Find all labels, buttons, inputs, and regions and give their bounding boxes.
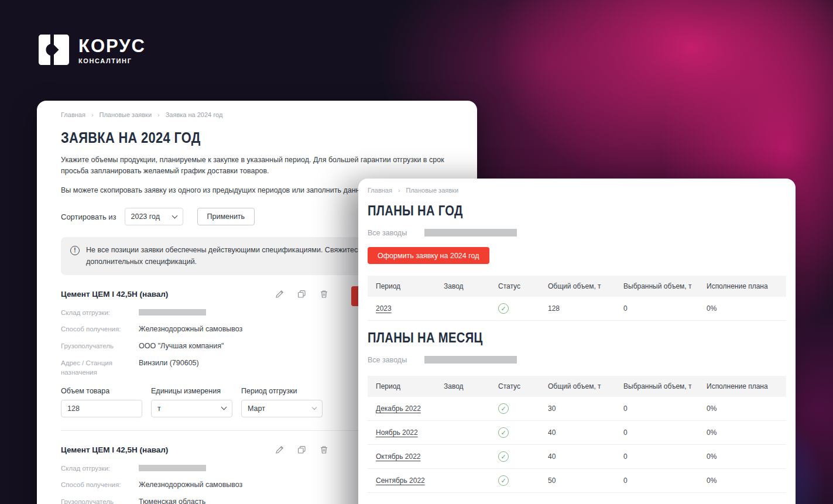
warehouse-label: Склад отгрузки: bbox=[61, 307, 139, 318]
period-value: Март bbox=[248, 404, 265, 413]
year-plans-table: Период Завод Статус Общий объем, т Выбра… bbox=[368, 276, 786, 321]
table-row: Сентябрь 2022 ✓ 50 0 0% bbox=[368, 469, 786, 493]
header-total-volume: Общий объем, т bbox=[548, 282, 623, 290]
table-row: Декабрь 2022 ✓ 30 0 0% bbox=[368, 397, 786, 421]
status-check-icon: ✓ bbox=[498, 403, 509, 414]
chevron-down-icon bbox=[221, 404, 227, 410]
create-request-2024-button[interactable]: Оформить заявку на 2024 год bbox=[368, 247, 489, 264]
edit-icon[interactable] bbox=[275, 445, 284, 455]
unit-value: т bbox=[157, 404, 161, 413]
unit-select[interactable]: т bbox=[151, 400, 232, 417]
period-link[interactable]: Декабрь 2022 bbox=[376, 404, 421, 413]
consignee-label: Грузополучатель bbox=[61, 496, 139, 504]
header-period: Период bbox=[376, 282, 444, 290]
period-link[interactable]: Сентябрь 2022 bbox=[376, 476, 425, 485]
chevron-right-icon: › bbox=[91, 111, 94, 118]
plan-completion-cell: 0% bbox=[707, 304, 786, 313]
header-factory: Завод bbox=[444, 282, 498, 290]
volume-input[interactable] bbox=[61, 400, 142, 417]
all-factories-label: Все заводы bbox=[368, 356, 407, 364]
period-select[interactable]: Март bbox=[241, 400, 323, 417]
period-link[interactable]: 2023 bbox=[376, 304, 392, 313]
table-row: 2023 ✓ 128 0 0% bbox=[368, 297, 786, 321]
period-link[interactable]: Октябрь 2022 bbox=[376, 452, 421, 461]
warning-icon: ! bbox=[70, 246, 80, 255]
volume-label: Объем товара bbox=[61, 387, 142, 395]
total-volume-cell: 40 bbox=[548, 452, 623, 461]
factory-filter-row: Все заводы bbox=[368, 229, 786, 237]
selected-volume-cell: 0 bbox=[623, 428, 707, 437]
page-title: ЗАЯВКА НА 2024 ГОД bbox=[61, 129, 201, 147]
address-value-1: Винзили (790605) bbox=[139, 357, 199, 369]
total-volume-cell: 30 bbox=[548, 404, 623, 413]
breadcrumb-planned-requests[interactable]: Плановые заявки bbox=[100, 111, 152, 118]
header-factory: Завод bbox=[444, 382, 498, 390]
redacted-warehouse-value bbox=[139, 309, 206, 316]
chevron-down-icon bbox=[312, 405, 317, 410]
method-label: Способ получения: bbox=[61, 323, 139, 335]
status-check-icon: ✓ bbox=[498, 475, 509, 486]
all-factories-label: Все заводы bbox=[368, 229, 407, 237]
apply-button[interactable]: Применить bbox=[197, 208, 255, 225]
trash-icon[interactable] bbox=[319, 289, 329, 299]
plan-completion-cell: 0% bbox=[707, 452, 786, 461]
chevron-right-icon: › bbox=[398, 187, 400, 194]
selected-volume-cell: 0 bbox=[623, 404, 707, 413]
korus-logo-icon bbox=[37, 33, 71, 68]
header-period: Период bbox=[376, 382, 444, 390]
logo-title: КОРУС bbox=[78, 37, 146, 55]
total-volume-cell: 128 bbox=[548, 304, 623, 313]
total-volume-cell: 50 bbox=[548, 476, 623, 485]
consignee-value: ООО "Лучшая компания" bbox=[139, 340, 224, 352]
breadcrumb-home[interactable]: Главная bbox=[368, 187, 392, 194]
unit-label: Единицы измерения bbox=[151, 387, 232, 395]
table-row: Ноябрь 2022 ✓ 40 0 0% bbox=[368, 421, 786, 445]
total-volume-cell: 40 bbox=[548, 428, 623, 437]
sort-year-value: 2023 год bbox=[131, 212, 160, 221]
header-selected-volume: Выбранный объем, т bbox=[623, 282, 707, 290]
plan-completion-cell: 0% bbox=[707, 428, 786, 437]
breadcrumb-current: Заявка на 2024 год bbox=[166, 111, 223, 118]
intro-text-1: Укажите объемы продукции, планируемые к … bbox=[61, 155, 445, 177]
breadcrumb-planned-requests: Плановые заявки bbox=[406, 187, 458, 194]
status-check-icon: ✓ bbox=[498, 427, 509, 438]
product-title: Цемент ЦЕМ I 42,5Н (навал) bbox=[61, 290, 168, 299]
breadcrumb: Главная › Плановые заявки bbox=[368, 187, 786, 194]
trash-icon[interactable] bbox=[319, 445, 329, 455]
header-total-volume: Общий объем, т bbox=[548, 382, 623, 390]
month-plans-table: Период Завод Статус Общий объем, т Выбра… bbox=[368, 376, 786, 493]
status-check-icon: ✓ bbox=[498, 303, 509, 314]
plan-completion-cell: 0% bbox=[707, 404, 786, 413]
breadcrumb-home[interactable]: Главная bbox=[61, 111, 85, 118]
period-link[interactable]: Ноябрь 2022 bbox=[376, 428, 418, 437]
copy-icon[interactable] bbox=[297, 445, 307, 455]
plans-panel: Главная › Плановые заявки ПЛАНЫ НА ГОД В… bbox=[358, 179, 796, 504]
selected-volume-cell: 0 bbox=[623, 452, 707, 461]
factory-filter-tab[interactable] bbox=[424, 229, 517, 236]
chevron-down-icon bbox=[172, 212, 177, 218]
year-plans-title: ПЛАНЫ НА ГОД bbox=[368, 203, 463, 219]
period-label: Период отгрузки bbox=[241, 387, 323, 395]
header-plan-completion: Исполнение плана bbox=[707, 382, 786, 390]
edit-icon[interactable] bbox=[275, 289, 284, 299]
warehouse-label: Склад отгрузки: bbox=[61, 462, 139, 474]
method-value: Железнодорожный самовывоз bbox=[139, 323, 242, 335]
address-label: Адрес / Станция назначения bbox=[61, 357, 139, 378]
month-plans-title: ПЛАНЫ НА МЕСЯЦ bbox=[368, 330, 483, 346]
consignee-label: Грузополучатель bbox=[61, 340, 139, 352]
status-check-icon: ✓ bbox=[498, 451, 509, 462]
consignee-value: Тюменская область bbox=[139, 496, 205, 504]
korus-logo: КОРУС КОНСАЛТИНГ bbox=[37, 33, 146, 68]
header-plan-completion: Исполнение плана bbox=[707, 282, 786, 290]
selected-volume-cell: 0 bbox=[623, 476, 707, 485]
header-selected-volume: Выбранный объем, т bbox=[623, 382, 707, 390]
copy-icon[interactable] bbox=[297, 289, 307, 299]
breadcrumb: Главная › Плановые заявки › Заявка на 20… bbox=[61, 111, 453, 118]
product-title: Цемент ЦЕМ I 42,5Н (навал) bbox=[61, 445, 168, 454]
header-status: Статус bbox=[498, 382, 548, 390]
factory-filter-tab[interactable] bbox=[424, 356, 517, 364]
method-label: Способ получения: bbox=[61, 479, 139, 491]
sort-year-select[interactable]: 2023 год bbox=[125, 208, 183, 225]
sort-label: Сортировать из bbox=[61, 212, 116, 221]
factory-filter-row: Все заводы bbox=[368, 356, 786, 364]
